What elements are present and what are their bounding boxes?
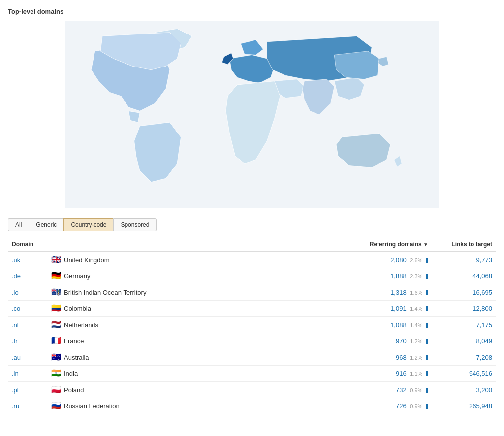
table-row: .au 🇦🇺 Australia 968 1.2% 7,208 — [8, 349, 496, 366]
bar-indicator — [426, 388, 428, 393]
country-name: India — [64, 370, 78, 377]
bar-indicator — [426, 274, 428, 279]
map-container — [8, 21, 496, 208]
country-flag: 🇨🇴 — [51, 304, 61, 312]
referring-number: 1,091 — [390, 305, 407, 312]
country-name: Russian Federation — [64, 402, 120, 410]
links-to-target[interactable]: 7,175 — [476, 321, 492, 329]
col-header-referring[interactable]: Referring domains ▼ — [344, 238, 432, 251]
referring-number: 732 — [396, 386, 407, 394]
table-row: .pl 🇵🇱 Poland 732 0.9% 3,200 — [8, 382, 496, 398]
referring-percent: 1.6% — [410, 290, 422, 296]
domain-link[interactable]: .au — [12, 354, 21, 361]
domain-link[interactable]: .fr — [12, 337, 18, 345]
links-to-target[interactable]: 9,773 — [476, 256, 492, 264]
tabs-container: All Generic Country-code Sponsored — [8, 218, 496, 231]
table-row: .uk 🇬🇧 United Kingdom 2,080 2.6% 9,773 — [8, 251, 496, 268]
domain-link[interactable]: .de — [12, 272, 21, 280]
country-flag: 🇩🇪 — [51, 272, 61, 280]
referring-percent: 1.4% — [410, 306, 422, 312]
referring-number: 2,080 — [390, 256, 407, 264]
country-name: Netherlands — [64, 321, 98, 329]
referring-percent: 1.4% — [410, 322, 422, 328]
table-row: .fr 🇫🇷 France 970 1.2% 8,049 — [8, 333, 496, 349]
links-to-target[interactable]: 12,800 — [472, 305, 492, 312]
country-flag: 🇦🇺 — [51, 353, 61, 361]
tab-country-code[interactable]: Country-code — [63, 218, 113, 231]
col-header-domain: Domain — [8, 238, 47, 251]
country-flag: 🇵🇱 — [51, 386, 61, 394]
domains-table: Domain Referring domains ▼ Links to targ… — [8, 238, 496, 414]
table-row: .de 🇩🇪 Germany 1,888 2.3% 44,068 — [8, 268, 496, 284]
country-name: France — [64, 337, 84, 345]
table-row: .ru 🇷🇺 Russian Federation 726 0.9% 265,9… — [8, 398, 496, 414]
referring-percent: 0.9% — [410, 387, 422, 393]
col-header-links: Links to target — [432, 238, 496, 251]
country-flag: 🇮🇴 — [51, 288, 61, 296]
links-to-target[interactable]: 44,068 — [472, 272, 492, 280]
table-row: .nl 🇳🇱 Netherlands 1,088 1.4% 7,175 — [8, 317, 496, 333]
domain-link[interactable]: .co — [12, 305, 20, 312]
bar-indicator — [426, 371, 428, 376]
links-to-target[interactable]: 946,516 — [469, 370, 492, 377]
table-row: .in 🇮🇳 India 916 1.1% 946,516 — [8, 366, 496, 382]
country-flag: 🇬🇧 — [51, 256, 61, 264]
country-flag: 🇷🇺 — [51, 402, 61, 410]
country-name: Poland — [64, 386, 84, 394]
domain-link[interactable]: .in — [12, 370, 19, 377]
referring-percent: 1.1% — [410, 371, 422, 377]
country-name: Australia — [64, 354, 89, 361]
tab-all[interactable]: All — [8, 218, 29, 231]
referring-percent: 2.3% — [410, 273, 422, 279]
bar-indicator — [426, 404, 428, 409]
col-header-country — [47, 238, 344, 251]
domain-link[interactable]: .uk — [12, 256, 20, 264]
country-name: Colombia — [64, 305, 91, 312]
referring-number: 970 — [396, 337, 407, 345]
referring-percent: 1.2% — [410, 355, 422, 361]
domain-link[interactable]: .nl — [12, 321, 19, 329]
bar-indicator — [426, 306, 428, 311]
links-to-target[interactable]: 8,049 — [476, 337, 492, 345]
country-flag: 🇫🇷 — [51, 337, 61, 345]
domain-link[interactable]: .pl — [12, 386, 19, 394]
referring-number: 1,888 — [390, 272, 407, 280]
tab-generic[interactable]: Generic — [29, 218, 63, 231]
referring-number: 726 — [396, 402, 407, 410]
country-flag: 🇳🇱 — [51, 321, 61, 329]
table-row: .co 🇨🇴 Colombia 1,091 1.4% 12,800 — [8, 301, 496, 317]
country-name: British Indian Ocean Territory — [64, 289, 146, 296]
referring-percent: 2.6% — [410, 257, 422, 263]
links-to-target[interactable]: 265,948 — [469, 402, 492, 410]
referring-percent: 0.9% — [410, 403, 422, 409]
tab-sponsored[interactable]: Sponsored — [113, 218, 157, 231]
referring-number: 1,318 — [390, 289, 407, 296]
country-name: Germany — [64, 272, 90, 280]
links-to-target[interactable]: 3,200 — [476, 386, 492, 394]
domain-link[interactable]: .io — [12, 289, 19, 296]
bar-indicator — [426, 323, 428, 328]
table-row: .io 🇮🇴 British Indian Ocean Territory 1,… — [8, 284, 496, 301]
bar-indicator — [426, 339, 428, 344]
domain-link[interactable]: .ru — [12, 402, 19, 410]
section-title: Top-level domains — [8, 8, 496, 15]
links-to-target[interactable]: 7,208 — [476, 354, 492, 361]
referring-percent: 1.2% — [410, 338, 422, 344]
links-to-target[interactable]: 16,695 — [472, 289, 492, 296]
referring-number: 1,088 — [390, 321, 407, 329]
referring-number: 968 — [396, 354, 407, 361]
bar-indicator — [426, 290, 428, 295]
country-flag: 🇮🇳 — [51, 369, 61, 377]
bar-indicator — [426, 258, 428, 263]
referring-number: 916 — [396, 370, 407, 377]
bar-indicator — [426, 355, 428, 360]
country-name: United Kingdom — [64, 256, 110, 264]
